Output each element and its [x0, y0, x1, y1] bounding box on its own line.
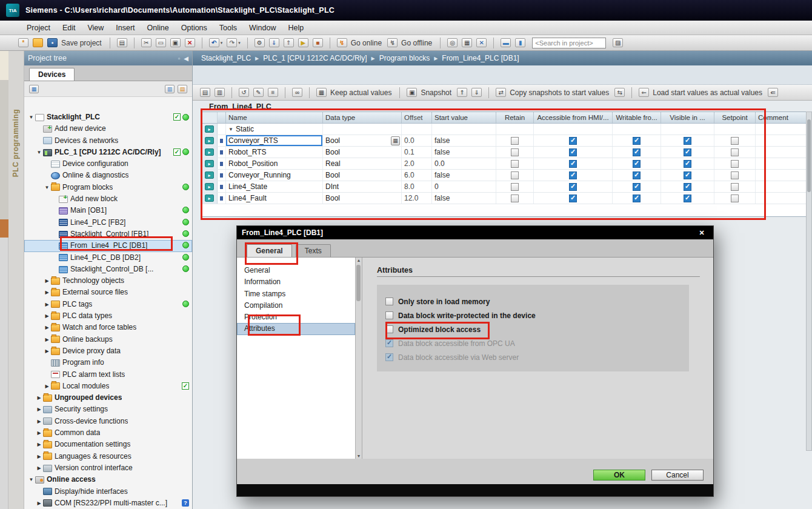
- start-value-cell[interactable]: [432, 124, 496, 135]
- writable-cell[interactable]: [613, 158, 661, 169]
- tree-item[interactable]: ▶ Watch and force tables ✓ ?: [24, 322, 192, 333]
- dialog-checkbox-row[interactable]: Data block accessible from OPC UA: [385, 336, 681, 350]
- tree-item[interactable]: Stacklight_Control_DB [... ✓ ?: [24, 264, 192, 275]
- retain-cell[interactable]: [496, 158, 534, 169]
- toolbar-button[interactable]: ✕ ▾: [475, 38, 488, 48]
- editor-toolbar-button[interactable]: ▦ Keep actual values: [315, 87, 394, 98]
- editor-toolbar-button[interactable]: ▣ Snapshot: [405, 87, 454, 98]
- setpoint-checkbox[interactable]: [731, 148, 739, 156]
- accessible-hmi-checkbox[interactable]: [569, 195, 577, 202]
- comment-cell[interactable]: [756, 135, 811, 146]
- visible-cell[interactable]: [661, 158, 714, 169]
- tree-item[interactable]: ▶ Languages & resources ✓ ?: [24, 451, 192, 462]
- collapse-panel-icon[interactable]: ◀: [184, 55, 188, 62]
- start-value-cell[interactable]: false: [432, 193, 496, 204]
- name-cell[interactable]: ▼ Conveyor_RTS: [226, 135, 323, 146]
- tree-item[interactable]: ▼ Online access ✓ ?: [24, 474, 192, 485]
- editor-toolbar-button[interactable]: ⇚: [767, 87, 779, 98]
- menu-item[interactable]: Insert: [110, 22, 141, 34]
- visible-cell[interactable]: [661, 170, 714, 181]
- attribute-checkbox[interactable]: [385, 298, 393, 305]
- visible-cell[interactable]: [661, 181, 714, 192]
- toolbar-button[interactable]: ↯ ▾ Go offline: [386, 38, 434, 48]
- tree-item[interactable]: Display/hide interfaces ✓ ?: [24, 486, 192, 497]
- tree-expand-arrow[interactable]: ▶: [36, 392, 42, 404]
- menu-item[interactable]: Tools: [213, 22, 243, 34]
- tree-item[interactable]: ▶ Device proxy data ✓ ?: [24, 345, 192, 357]
- tree-item[interactable]: Add new device ✓ ?: [24, 123, 192, 135]
- comment-cell[interactable]: [756, 147, 811, 158]
- go-offline-icon[interactable]: ↯: [387, 38, 398, 47]
- tree-item[interactable]: Stacklight_Control [FB1] ✓ ?: [24, 228, 192, 240]
- toolbar-button[interactable]: ▦ ▾: [461, 38, 473, 48]
- monitor-icon[interactable]: ∞: [292, 88, 302, 97]
- scrollbar-thumb[interactable]: [356, 265, 361, 301]
- column-header[interactable]: Start value: [432, 112, 496, 123]
- tree-item[interactable]: Line4_PLC [FB2] ✓ ?: [24, 217, 192, 228]
- scroll-up-icon[interactable]: ▲: [356, 258, 362, 262]
- attribute-checkbox[interactable]: [385, 325, 393, 333]
- editor-toolbar-button[interactable]: ▤: [199, 87, 211, 98]
- tree-expand-arrow[interactable]: ▶: [44, 287, 50, 298]
- dialog-nav-item[interactable]: Compilation: [237, 300, 355, 311]
- tree-expand-arrow[interactable]: ▼: [28, 111, 35, 123]
- toolbar-button[interactable]: ▾: [490, 37, 498, 49]
- column-header[interactable]: Accessible from HMI/...: [534, 112, 613, 123]
- setpoint-checkbox[interactable]: [731, 195, 739, 202]
- editor-toolbar-button[interactable]: [228, 87, 236, 99]
- editor-toolbar-button[interactable]: [628, 87, 636, 99]
- retain-checkbox[interactable]: [511, 171, 519, 179]
- pin-panel-icon[interactable]: ▫: [178, 55, 181, 62]
- paste-icon[interactable]: ▣: [170, 38, 181, 47]
- tree-item[interactable]: ▶ COM [RS232/PPI multi-master c...] ✓ ?: [24, 497, 192, 509]
- toolbar-button[interactable]: ■ ▾: [311, 38, 324, 48]
- accessible-hmi-checkbox[interactable]: [569, 148, 577, 156]
- start-value-cell[interactable]: false: [432, 147, 496, 158]
- visible-checkbox[interactable]: [684, 195, 691, 202]
- editor-toolbar-button[interactable]: ∞: [291, 87, 304, 98]
- tree-item[interactable]: Program info ✓ ?: [24, 357, 192, 368]
- dialog-checkbox-row[interactable]: Data block accessible via Web server: [385, 350, 681, 364]
- toolbar-button[interactable]: * ▾: [17, 38, 30, 48]
- writable-cell[interactable]: [613, 135, 661, 146]
- tab-devices[interactable]: Devices: [29, 68, 75, 81]
- setpoint-checkbox[interactable]: [731, 137, 739, 145]
- table-row[interactable]: ▸ ▼ Conveyor_Running Bool ▦ 6.0 false: [202, 170, 811, 181]
- retain-checkbox[interactable]: [511, 195, 519, 202]
- visible-checkbox[interactable]: [684, 148, 691, 156]
- setpoint-checkbox[interactable]: [731, 171, 739, 179]
- start-value-cell[interactable]: 0: [432, 181, 496, 192]
- menu-item[interactable]: Options: [175, 22, 213, 34]
- column-header[interactable]: Setpoint: [714, 112, 756, 123]
- retain-cell[interactable]: [496, 147, 534, 158]
- table-row[interactable]: ▸ ▼ Line4_Fault Bool ▦ 12.0 false: [202, 193, 811, 204]
- visible-cell[interactable]: [661, 135, 714, 146]
- start-value-cell[interactable]: false: [432, 135, 496, 146]
- toolbar-button[interactable]: ▾: [436, 37, 444, 49]
- visible-checkbox[interactable]: [684, 171, 691, 179]
- name-cell[interactable]: ▼ Robot_RTS: [226, 147, 323, 158]
- scrollbar-thumb[interactable]: [807, 119, 811, 192]
- visible-checkbox[interactable]: [684, 160, 691, 168]
- retain-cell[interactable]: [496, 193, 534, 204]
- tree-item[interactable]: Devices & networks ✓ ?: [24, 135, 192, 147]
- data-type-cell[interactable]: Bool ▦: [323, 135, 402, 146]
- copy-snapshots-all-icon[interactable]: ⇆: [614, 88, 625, 97]
- start-simulation-icon[interactable]: ▦: [462, 38, 472, 47]
- editor-toolbar-button[interactable]: [281, 87, 289, 99]
- toolbar-button[interactable]: ▨: [611, 38, 624, 48]
- toolbar-button[interactable]: ▾: [106, 37, 114, 49]
- data-type-picker-button[interactable]: ▦: [391, 136, 400, 145]
- name-cell[interactable]: ▼ Robot_Position: [226, 158, 323, 169]
- toolbar-button[interactable]: ▾: [32, 38, 44, 48]
- retain-checkbox[interactable]: [511, 160, 519, 168]
- setpoint-checkbox[interactable]: [731, 183, 739, 191]
- menu-item[interactable]: Help: [282, 22, 310, 34]
- data-type-cell[interactable]: Bool ▦: [323, 147, 402, 158]
- table-row[interactable]: ▸ ▼ Robot_RTS Bool ▦ 0.1 false: [202, 147, 811, 158]
- column-header[interactable]: Comment: [756, 112, 811, 123]
- data-type-cell[interactable]: Bool ▦: [323, 193, 402, 204]
- tree-expand-arrow[interactable]: ▶: [44, 334, 50, 345]
- snapshot-down-icon[interactable]: ⇓: [471, 88, 482, 97]
- accessible-hmi-checkbox[interactable]: [569, 171, 577, 179]
